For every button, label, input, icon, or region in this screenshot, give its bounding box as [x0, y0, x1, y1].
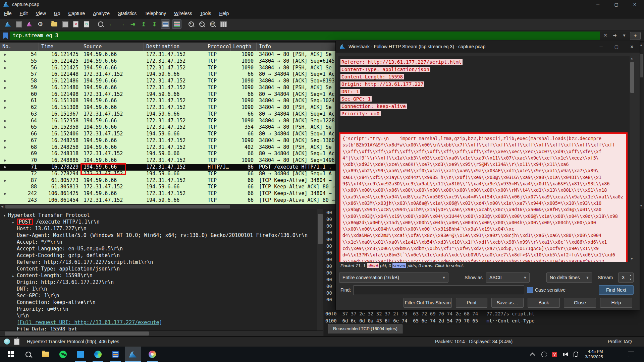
save-as-button[interactable]: Save as… — [491, 298, 524, 308]
column-header-destination[interactable]: Destination — [144, 43, 205, 51]
find-next-button[interactable]: Find Next — [599, 285, 634, 295]
conversation-select[interactable]: Entire conversation (16 kB)▼ — [339, 273, 448, 283]
expander-icon[interactable]: ▸ — [12, 219, 17, 226]
maximize-icon[interactable]: ▢ — [607, 0, 626, 9]
menu-edit[interactable]: Edit — [16, 9, 32, 17]
auto-scroll-icon[interactable] — [161, 19, 170, 29]
detail-line[interactable]: ▸POST /execute HTTP/1.1\r\n — [0, 219, 324, 225]
menu-telephony[interactable]: Telephony — [141, 9, 170, 17]
filter-out-this-stream-button[interactable]: Filter Out This Stream — [404, 298, 452, 308]
stop-capture-icon[interactable] — [14, 20, 23, 28]
krita-icon[interactable] — [144, 347, 160, 362]
stream-vscrollbar[interactable]: ▲ ▼ — [630, 56, 635, 262]
detail-line[interactable]: [Full request URI: http://13.61.177.227/… — [0, 319, 324, 326]
find-packet-icon[interactable] — [96, 20, 105, 28]
clock[interactable]: 4:45 PM3/28/2025 — [585, 347, 603, 362]
go-forward-icon[interactable]: → — [118, 20, 126, 28]
detail-line[interactable]: Connection: keep-alive\r\n — [0, 299, 324, 306]
action-center-icon[interactable] — [628, 347, 634, 362]
details-vscrollbar[interactable] — [317, 209, 323, 330]
back-button[interactable]: Back — [528, 298, 560, 308]
vmware-icon[interactable] — [107, 347, 123, 362]
go-back-icon[interactable]: ← — [107, 20, 116, 28]
close-button[interactable]: Close — [564, 298, 596, 308]
detail-line[interactable]: Referer: http://13.61.177.227/script.htm… — [0, 259, 324, 265]
detail-line[interactable]: ▾Hypertext Transfer Protocol — [0, 212, 324, 219]
go-last-packet-icon[interactable]: ↧ — [150, 20, 159, 28]
details-hscrollbar[interactable] — [0, 330, 323, 336]
detail-line[interactable]: Accept: */*\r\n — [0, 239, 324, 245]
save-file-icon[interactable] — [61, 20, 69, 28]
vlc-tray-icon[interactable]: V — [552, 347, 557, 362]
help-button[interactable]: Help — [600, 298, 632, 308]
column-header-no[interactable]: No. — [0, 43, 39, 51]
taskbar-search-icon[interactable] — [20, 347, 36, 362]
zoom-in-icon[interactable]: + — [187, 20, 196, 28]
start-button[interactable] — [3, 347, 19, 362]
menu-help[interactable]: Help — [215, 9, 233, 17]
menu-analyze[interactable]: Analyze — [89, 9, 114, 17]
detail-line[interactable]: Priority: u=0\r\n — [0, 306, 324, 312]
detail-line[interactable]: Origin: http://13.61.177.227\r\n — [0, 279, 324, 286]
open-file-icon[interactable] — [50, 20, 59, 28]
expander-icon[interactable]: ▾ — [3, 213, 8, 219]
start-capture-icon[interactable] — [4, 20, 12, 28]
print-button[interactable]: Print — [456, 298, 487, 308]
audio-jack-icon[interactable] — [574, 347, 578, 362]
colorize-packets-icon[interactable] — [172, 19, 181, 29]
column-header-length[interactable]: Length — [231, 43, 257, 51]
minimize-icon[interactable]: ─ — [589, 0, 607, 9]
column-header-time[interactable]: Time — [39, 43, 81, 51]
menu-go[interactable]: Go — [50, 9, 64, 17]
dialog-minimize-icon[interactable]: ─ — [593, 41, 609, 53]
zoom-out-icon[interactable]: − — [198, 20, 206, 28]
zoom-original-icon[interactable]: 1:1 — [208, 20, 217, 28]
expander-icon[interactable]: ▸ — [12, 273, 17, 280]
detail-line[interactable]: Accept-Language: en-US,en;q=0.5\r\n — [0, 245, 324, 252]
stream-number-spinner[interactable]: 3 ▲▼ — [618, 273, 634, 283]
find-input[interactable] — [353, 285, 524, 295]
detail-line[interactable]: Accept-Encoding: gzip, deflate\r\n — [0, 252, 324, 259]
stream-content-area[interactable]: Referer: http://13.61.177.227/script.htm… — [338, 56, 635, 262]
detail-line[interactable]: \r\n — [0, 312, 324, 319]
resize-columns-icon[interactable] — [219, 20, 228, 28]
go-first-packet-icon[interactable]: ↥ — [139, 20, 148, 28]
status-profile[interactable]: Profile: tAQ — [608, 339, 632, 344]
detail-line[interactable]: Content-Type: application/json\r\n — [0, 265, 324, 272]
vscode-icon[interactable] — [72, 347, 89, 362]
menu-wireless[interactable]: Wireless — [170, 9, 196, 17]
filter-add-button[interactable]: + — [630, 32, 641, 40]
detail-line[interactable]: Host: 13.61.177.227\r\n — [0, 225, 324, 232]
network-icon[interactable] — [541, 347, 547, 362]
menu-statistics[interactable]: Statistics — [114, 9, 141, 17]
expert-info-icon[interactable] — [4, 339, 10, 345]
volume-icon[interactable] — [563, 347, 568, 362]
capture-comment-icon[interactable] — [14, 339, 19, 345]
detail-line[interactable]: User-Agent: Mozilla/5.0 (Windows NT 10.0… — [0, 232, 324, 239]
go-to-packet-icon[interactable]: ⇥ — [128, 20, 137, 28]
edge-icon[interactable] — [90, 347, 106, 362]
restart-capture-icon[interactable] — [25, 20, 34, 28]
reload-file-icon[interactable]: ↻ — [82, 20, 91, 28]
dialog-close-icon[interactable]: ✕ — [624, 41, 640, 53]
detail-line[interactable]: Sec-GPC: 1\r\n — [0, 292, 324, 299]
menu-capture[interactable]: Capture — [64, 9, 89, 17]
menu-tools[interactable]: Tools — [196, 9, 215, 17]
case-sensitive-checkbox[interactable] — [527, 287, 533, 293]
filter-apply-icon[interactable]: ➜ — [611, 33, 619, 38]
stream-hint-text[interactable]: Packet 71. 1 client pkt, 0 server pkts, … — [340, 263, 464, 268]
file-explorer-icon[interactable] — [38, 347, 54, 362]
menu-file[interactable]: File — [0, 9, 16, 17]
close-file-icon[interactable]: ✕ — [71, 20, 80, 28]
display-filter-input[interactable]: tcp.stream eq 3 — [10, 32, 600, 40]
delta-times-select[interactable]: No delta times▼ — [546, 273, 592, 283]
column-header-protocol[interactable]: Protocol — [205, 43, 231, 51]
close-icon[interactable]: ✕ — [626, 0, 644, 9]
show-as-select[interactable]: ASCII▼ — [486, 273, 530, 283]
filter-clear-icon[interactable]: ✕ — [602, 33, 609, 38]
detail-line[interactable]: ▸Content-Length: 15598\r\n — [0, 272, 324, 279]
detail-line[interactable]: DNT: 1\r\n — [0, 286, 324, 292]
tray-chevron-icon[interactable] — [531, 347, 534, 362]
capture-options-icon[interactable]: ⚙ — [36, 20, 45, 28]
column-header-source[interactable]: Source — [81, 43, 144, 51]
